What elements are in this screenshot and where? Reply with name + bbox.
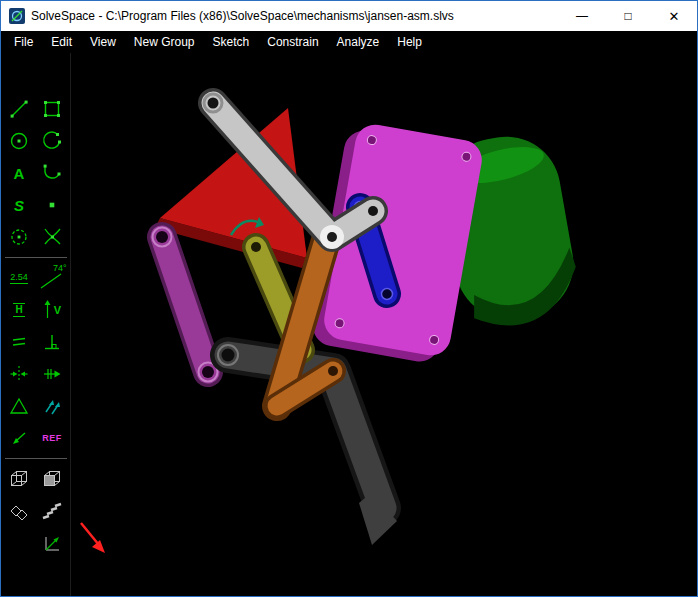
step-translate-button[interactable] bbox=[36, 495, 69, 527]
sketch-toolbar: A S bbox=[1, 53, 71, 596]
distance-dimension-label: 2.54 bbox=[10, 273, 28, 284]
help-menu[interactable]: Help bbox=[388, 35, 431, 49]
other-angle-icon bbox=[8, 427, 30, 449]
app-icon bbox=[9, 8, 25, 24]
perpendicular-icon bbox=[41, 331, 63, 353]
3d-viewport[interactable] bbox=[71, 53, 697, 596]
arc-icon bbox=[41, 130, 63, 152]
toolbar-divider bbox=[5, 458, 67, 459]
vertical-constraint-tool[interactable]: V bbox=[36, 294, 69, 326]
parallel-icon bbox=[41, 395, 63, 417]
vertical-line-icon bbox=[43, 300, 52, 320]
rectangle-icon bbox=[41, 98, 63, 120]
window-title: SolveSpace - C:\Program Files (x86)\Solv… bbox=[31, 9, 454, 23]
tangent-arc-icon bbox=[41, 162, 63, 184]
main-area: A S bbox=[1, 53, 697, 596]
iso-tiles-button[interactable] bbox=[3, 495, 36, 527]
datum-point-tool[interactable] bbox=[36, 189, 69, 221]
split-curves-tool[interactable] bbox=[36, 221, 69, 253]
midpoint-icon bbox=[41, 363, 63, 385]
construction-icon bbox=[8, 226, 30, 248]
reference-dimension-label: REF bbox=[42, 433, 62, 443]
solid-cube-icon bbox=[41, 468, 63, 490]
arc-tool[interactable] bbox=[36, 125, 69, 157]
steps-icon bbox=[41, 500, 63, 522]
workplane-axes-icon bbox=[41, 532, 63, 554]
angle-dimension-label: 74° bbox=[53, 264, 67, 273]
diamond-tiles-icon bbox=[8, 500, 30, 522]
equal-constraint-tool[interactable] bbox=[3, 326, 36, 358]
edit-menu[interactable]: Edit bbox=[42, 35, 81, 49]
close-icon: ✕ bbox=[669, 9, 680, 24]
circle-icon bbox=[8, 130, 30, 152]
solid-view-button[interactable] bbox=[36, 463, 69, 495]
perpendicular-constraint-tool[interactable] bbox=[36, 326, 69, 358]
datum-point-icon bbox=[41, 194, 63, 216]
split-curves-icon bbox=[41, 226, 63, 248]
horizontal-constraint-tool[interactable]: H bbox=[3, 294, 36, 326]
toolbar-spacer bbox=[3, 527, 36, 559]
close-button[interactable]: ✕ bbox=[651, 1, 697, 31]
text-tool-label: A bbox=[14, 166, 25, 181]
equal-icon bbox=[8, 331, 30, 353]
construction-tool[interactable] bbox=[3, 221, 36, 253]
horizontal-constraint-label: H bbox=[13, 303, 24, 317]
ortho-view-button[interactable] bbox=[3, 463, 36, 495]
midpoint-constraint-tool[interactable] bbox=[36, 358, 69, 390]
spline-tool-label: S bbox=[14, 198, 24, 213]
symmetric-constraint-tool[interactable] bbox=[3, 358, 36, 390]
circle-tool[interactable] bbox=[3, 125, 36, 157]
tangent-arc-tool[interactable] bbox=[36, 157, 69, 189]
reference-dimension-tool[interactable]: REF bbox=[36, 422, 69, 454]
file-menu[interactable]: File bbox=[5, 35, 42, 49]
maximize-icon: □ bbox=[624, 9, 631, 23]
view-menu[interactable]: View bbox=[81, 35, 125, 49]
angle-dimension-tool[interactable]: 74° bbox=[36, 262, 69, 294]
other-angle-constraint-tool[interactable] bbox=[3, 422, 36, 454]
distance-dimension-tool[interactable]: 2.54 bbox=[3, 262, 36, 294]
line-icon bbox=[8, 98, 30, 120]
equal-angle-icon bbox=[8, 395, 30, 417]
analyze-menu[interactable]: Analyze bbox=[328, 35, 389, 49]
symmetric-icon bbox=[8, 363, 30, 385]
line-tool[interactable] bbox=[3, 93, 36, 125]
spline-tool[interactable]: S bbox=[3, 189, 36, 221]
wireframe-cube-icon bbox=[8, 468, 30, 490]
vertical-constraint-label: V bbox=[54, 305, 61, 316]
new-group-menu[interactable]: New Group bbox=[125, 35, 204, 49]
rectangle-tool[interactable] bbox=[36, 93, 69, 125]
text-tool[interactable]: A bbox=[3, 157, 36, 189]
constrain-menu[interactable]: Constrain bbox=[258, 35, 327, 49]
window-titlebar[interactable]: SolveSpace - C:\Program Files (x86)\Solv… bbox=[1, 1, 697, 31]
menubar: File Edit View New Group Sketch Constrai… bbox=[1, 31, 697, 53]
minimize-button[interactable]: — bbox=[559, 1, 605, 31]
maximize-button[interactable]: □ bbox=[605, 1, 651, 31]
origin-axis-arrow bbox=[81, 523, 105, 553]
minimize-icon: — bbox=[576, 9, 588, 23]
solvespace-window: SolveSpace - C:\Program Files (x86)\Solv… bbox=[0, 0, 698, 597]
equal-angle-constraint-tool[interactable] bbox=[3, 390, 36, 422]
toolbar-divider bbox=[5, 257, 67, 258]
purple-rocker-link[interactable] bbox=[153, 228, 218, 382]
parallel-constraint-tool[interactable] bbox=[36, 390, 69, 422]
sketch-menu[interactable]: Sketch bbox=[204, 35, 259, 49]
mechanism-scene bbox=[71, 53, 697, 596]
align-view-button[interactable] bbox=[36, 527, 69, 559]
